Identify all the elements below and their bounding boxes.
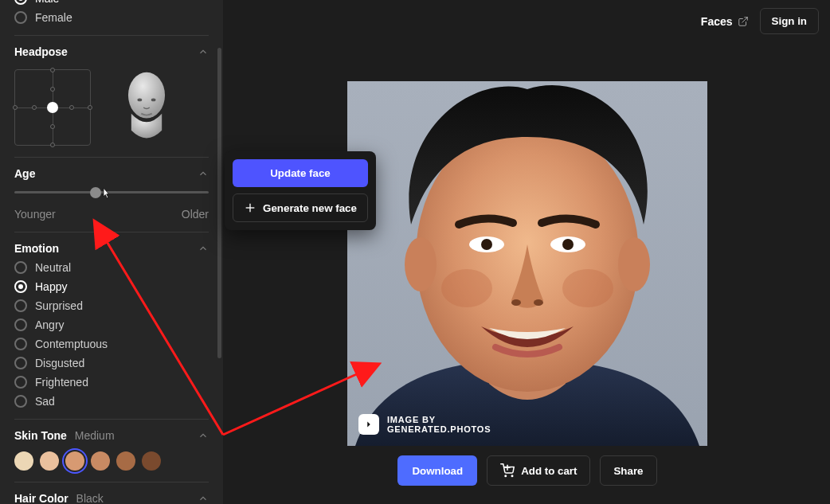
age-max-label: Older [182,208,209,221]
headpose-grid[interactable] [14,69,91,146]
sidebar-scrollbar[interactable] [217,48,221,358]
share-button[interactable]: Share [600,455,656,486]
section-header-haircolor[interactable]: Hair Color Black [14,492,209,504]
bottom-bar: Download Add to cart Share [347,455,707,486]
update-face-button[interactable]: Update face [233,159,368,187]
radio-label: Frightened [35,376,88,389]
emotion-option-contemptuous[interactable]: Contemptuous [14,338,209,350]
section-title: Hair Color [14,492,69,504]
add-to-cart-label: Add to cart [521,465,577,477]
svg-point-3 [151,98,156,101]
watermark-line1: IMAGE BY [387,415,491,424]
headpose-handle[interactable] [47,102,58,113]
radio-icon [14,376,27,389]
svg-point-12 [562,239,574,250]
radio-icon [14,11,27,24]
svg-point-16 [562,269,613,307]
faces-link-label: Faces [701,15,733,28]
emotion-option-disgusted[interactable]: Disgusted [14,357,209,369]
radio-label: Sad [35,395,55,408]
radio-label: Male [35,0,59,5]
svg-point-14 [534,299,543,306]
skintone-swatch-4[interactable] [116,451,135,471]
radio-label: Happy [35,280,67,293]
emotion-option-surprised[interactable]: Surprised [14,299,209,312]
radio-label: Angry [35,318,65,331]
emotion-option-frightened[interactable]: Frightened [14,376,209,389]
gender-option-male[interactable]: Male [14,0,209,5]
skintone-value: Medium [75,429,115,442]
radio-icon [14,280,27,293]
section-title: Emotion [14,242,59,255]
radio-icon [14,338,27,350]
gender-option-female[interactable]: Female [14,11,209,24]
emotion-option-happy[interactable]: Happy [14,280,209,293]
svg-point-10 [481,239,492,250]
radio-icon [14,318,27,331]
svg-point-13 [511,299,521,306]
section-header-skintone[interactable]: Skin Tone Medium [14,429,209,442]
chevron-up-icon [198,430,209,441]
radio-icon [14,395,27,408]
sign-in-button[interactable]: Sign in [760,8,819,34]
section-header-age[interactable]: Age [14,167,209,180]
faces-link[interactable]: Faces [701,15,749,28]
download-button[interactable]: Download [397,455,477,486]
watermark: IMAGE BY GENERATED.PHOTOS [358,414,491,435]
svg-line-0 [742,17,746,21]
add-to-cart-button[interactable]: Add to cart [487,455,590,486]
svg-line-22 [223,373,360,435]
age-min-label: Younger [14,208,56,221]
section-title: Age [14,167,35,180]
chevron-up-icon [198,493,209,504]
generated-face-image [347,81,707,446]
section-header-emotion[interactable]: Emotion [14,242,209,255]
radio-icon [14,299,27,312]
haircolor-value: Black [76,492,104,504]
plus-icon [244,201,256,214]
generate-label: Generate new face [263,202,357,214]
radio-label: Contemptuous [35,338,108,350]
svg-point-15 [441,269,492,307]
generate-new-face-button[interactable]: Generate new face [233,193,368,222]
emotion-option-sad[interactable]: Sad [14,395,209,408]
radio-label: Neutral [35,261,71,274]
watermark-badge-icon [358,414,379,435]
radio-label: Female [35,11,72,24]
svg-point-1 [128,72,165,119]
svg-point-17 [505,475,507,477]
chevron-up-icon [198,243,209,254]
skintone-swatch-5[interactable] [142,451,161,471]
headpose-preview-icon [115,69,178,146]
chevron-up-icon [198,168,209,179]
radio-icon [14,0,27,5]
radio-icon [14,261,27,274]
radio-icon [14,357,27,369]
sidebar: MaleFemale Headpose [0,0,223,504]
external-link-icon [738,16,749,27]
svg-point-18 [511,475,513,477]
skintone-swatch-2[interactable] [65,451,84,471]
face-preview: IMAGE BY GENERATED.PHOTOS [347,81,707,446]
radio-label: Surprised [35,299,83,312]
action-panel: Update face Generate new face [225,151,376,230]
skintone-swatch-3[interactable] [91,451,110,471]
svg-point-2 [137,98,142,101]
cart-icon [500,463,515,478]
radio-label: Disgusted [35,357,84,369]
emotion-option-angry[interactable]: Angry [14,318,209,331]
section-header-headpose[interactable]: Headpose [14,45,209,58]
emotion-option-neutral[interactable]: Neutral [14,261,209,274]
svg-point-7 [405,237,437,291]
section-title: Skin Tone [14,429,67,442]
skintone-swatch-1[interactable] [40,451,59,471]
svg-point-8 [618,237,650,291]
watermark-line2: GENERATED.PHOTOS [387,424,491,434]
section-title: Headpose [14,45,68,58]
skintone-swatch-0[interactable] [14,451,33,471]
chevron-up-icon [198,46,209,57]
cursor-icon [99,186,113,201]
